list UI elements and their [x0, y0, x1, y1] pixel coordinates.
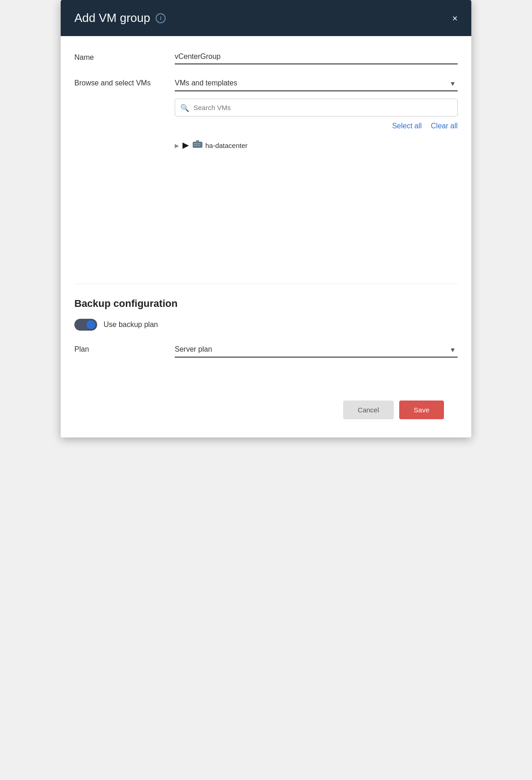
browse-row: Browse and select VMs VMs and templates … [74, 75, 458, 273]
datacenter-icon [193, 140, 203, 151]
tree-row: ▶ [175, 137, 458, 153]
toggle-track [74, 319, 97, 331]
vm-type-icon [182, 142, 190, 150]
vm-tree: ▶ [175, 136, 458, 273]
svg-rect-4 [198, 143, 200, 144]
plan-label: Plan [74, 342, 175, 353]
plan-control: Server plan Default plan Custom plan ▼ [175, 342, 458, 358]
search-wrapper: 🔍 [175, 99, 458, 116]
name-control [175, 50, 458, 64]
datacenter-name: ha-datacenter [205, 142, 248, 149]
info-icon[interactable]: i [156, 13, 166, 23]
toggle-row: Use backup plan [74, 319, 458, 331]
browse-select-wrapper: VMs and templates VMs only Templates onl… [175, 75, 458, 91]
toggle-label: Use backup plan [104, 321, 158, 329]
browse-label: Browse and select VMs [74, 75, 175, 87]
dialog-header: Add VM group i × [61, 0, 471, 36]
name-row: Name [74, 50, 458, 64]
add-vm-group-dialog: Add VM group i × Name Browse and select … [61, 0, 471, 437]
backup-section: Backup configuration Use backup plan Pla… [74, 293, 458, 373]
plan-row: Plan Server plan Default plan Custom pla… [74, 342, 458, 358]
plan-select[interactable]: Server plan Default plan Custom plan [175, 342, 458, 358]
svg-rect-2 [194, 143, 196, 144]
backup-plan-toggle[interactable] [74, 319, 97, 331]
svg-rect-6 [196, 145, 198, 146]
svg-rect-3 [196, 143, 198, 144]
browse-select[interactable]: VMs and templates VMs only Templates onl… [175, 75, 458, 91]
black-arrow-icon [182, 142, 190, 150]
plan-select-wrapper: Server plan Default plan Custom plan ▼ [175, 342, 458, 358]
search-icon: 🔍 [180, 103, 189, 112]
dialog-title: Add VM group [74, 11, 150, 25]
select-all-button[interactable]: Select all [392, 122, 422, 130]
title-area: Add VM group i [74, 11, 166, 25]
svg-rect-5 [194, 145, 196, 146]
name-input[interactable] [175, 50, 458, 64]
browse-control: VMs and templates VMs only Templates onl… [175, 75, 458, 273]
action-links: Select all Clear all [175, 122, 458, 130]
datacenter-svg-icon [193, 140, 203, 149]
cancel-button[interactable]: Cancel [343, 401, 394, 419]
svg-marker-0 [183, 142, 189, 149]
dialog-body: Name Browse and select VMs VMs and templ… [61, 36, 471, 437]
clear-all-button[interactable]: Clear all [431, 122, 458, 130]
toggle-thumb [86, 320, 95, 329]
dialog-footer: Cancel Save [74, 391, 458, 428]
svg-rect-8 [196, 140, 199, 142]
save-button[interactable]: Save [399, 401, 444, 419]
search-input[interactable] [175, 99, 458, 116]
name-label: Name [74, 50, 175, 62]
backup-title: Backup configuration [74, 298, 458, 310]
tree-expand-icon[interactable]: ▶ [175, 142, 179, 149]
svg-rect-7 [198, 145, 200, 146]
section-divider [74, 284, 458, 284]
close-button[interactable]: × [452, 14, 458, 23]
